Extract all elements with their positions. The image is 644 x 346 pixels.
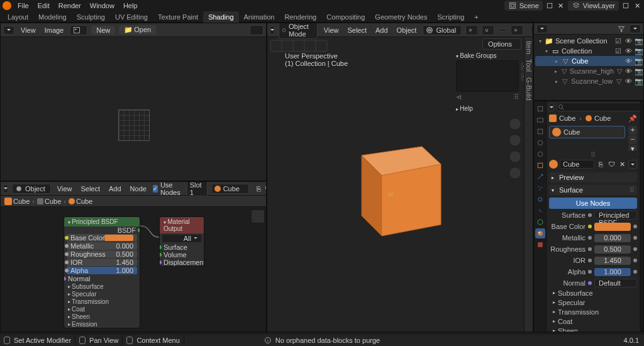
bake-groups-list[interactable]: + − [456,60,519,92]
node-material-output[interactable]: Material Output All Surface Volume Displ… [159,216,204,267]
base-color-swatch[interactable] [594,223,631,231]
ior-value[interactable]: 1.450 [594,257,631,265]
subsec-subsurface[interactable]: Subsurface [549,288,637,298]
material-name-field[interactable]: Cube [560,160,594,169]
ne-shader-type[interactable]: Object [12,184,51,194]
ne-link-icon[interactable]: ⎘ [257,184,261,193]
socket-dot-icon[interactable] [588,247,592,251]
select-tweak-icon[interactable] [305,41,315,51]
subsec-subsurface[interactable]: Subsurface [64,282,140,290]
node-principled-bsdf[interactable]: Principled BSDF BSDF Base Color Metallic… [64,216,140,328]
menu-help[interactable]: Help [119,1,142,11]
select-box-icon[interactable] [271,41,281,51]
alpha-value[interactable]: 1.000 [594,268,631,276]
ptab-scene[interactable] [535,138,545,148]
ptab-world[interactable] [535,149,545,159]
nav-pan-icon[interactable] [509,134,521,147]
ior-row[interactable]: IOR 1.450 [67,259,137,266]
ws-scripting[interactable]: Scripting [432,11,469,23]
ptab-modifiers[interactable] [535,172,545,182]
ne-editor-type[interactable] [3,184,8,193]
ptab-object[interactable] [535,160,545,170]
mat-menu[interactable] [628,160,637,169]
roughness-value[interactable]: 0.500 [594,245,631,254]
ws-uvediting[interactable]: UV Editing [110,11,153,23]
npanel-gbuild[interactable]: G-Build [525,77,533,101]
socket-dot-icon[interactable] [588,259,592,262]
ptab-output[interactable] [535,115,545,125]
outliner-filter-icon[interactable] [617,25,626,33]
input-socket-icon[interactable] [65,269,69,272]
ptab-texture[interactable] [535,240,545,250]
select-circle-icon[interactable] [282,41,292,51]
ie-new-button[interactable]: New [91,26,115,35]
ne-tool-select[interactable] [251,209,265,223]
ne-shield-icon[interactable]: 🛡 [265,184,267,193]
metallic-row[interactable]: Metallic 0.000 [67,242,137,250]
mat-copy-button[interactable]: 🛡 [607,160,616,168]
subsec-sheen[interactable]: Sheen [549,326,637,332]
crumb-obj[interactable]: Cube [559,114,575,122]
socket-dot-icon[interactable] [588,270,592,274]
base-color-swatch[interactable] [104,235,133,241]
mat-new-button[interactable]: ⎘ [596,160,605,168]
ptab-particles[interactable] [535,183,545,193]
grip-icon[interactable]: ⠿ [630,186,635,194]
output-socket-icon[interactable] [138,228,140,232]
subsec-coat[interactable]: Coat [549,316,637,326]
metallic-value[interactable]: 0.000 [594,234,631,242]
vp-options-button[interactable]: Options [482,38,521,50]
ws-compositing[interactable]: Compositing [321,11,370,23]
outliner-item-suzanne-low[interactable]: ▸ ▽ Suzanne_low ▽ 👁📷 [535,76,642,86]
menu-window[interactable]: Window [86,1,118,11]
ptab-constraints[interactable] [535,206,545,216]
slot-remove-button[interactable]: − [628,135,637,144]
cube-object[interactable] [340,126,460,247]
subsec-transmission[interactable]: Transmission [64,298,140,305]
view-layer-selector[interactable]: ViewLayer [568,1,619,11]
roughness-row[interactable]: Roughness 0.500 [67,250,137,258]
outliner-type-dropdown[interactable] [536,25,548,33]
subsec-specular[interactable]: Specular [549,298,637,307]
output-target-dropdown[interactable]: All [162,235,201,242]
select-invert-icon[interactable] [316,41,326,51]
ne-menu-select[interactable]: Select [78,185,103,193]
anim-dot-icon[interactable] [633,247,637,251]
nav-persp-icon[interactable] [509,167,521,179]
ie-menu-view[interactable]: View [18,26,38,34]
socket-dot-icon[interactable] [588,213,592,217]
props-search-input[interactable] [557,103,640,111]
npanel-tool[interactable]: Tool [525,59,533,72]
crumb-mat[interactable]: Cube [594,114,611,122]
select-lasso-icon[interactable] [294,41,304,51]
socket-dot-icon[interactable] [588,236,592,240]
ws-animation[interactable]: Animation [239,11,280,23]
slot-grip-icon[interactable]: ⠿ [549,151,637,159]
slot-add-button[interactable]: + [628,126,637,135]
proportional-toggle[interactable] [511,25,523,35]
ws-rendering[interactable]: Rendering [279,11,321,23]
outliner-filter-dropdown[interactable] [630,25,641,33]
snap-toggle[interactable] [482,25,494,35]
bake-groups-header[interactable]: Bake Groups [456,51,519,60]
ne-crumb-data[interactable]: Cube [45,198,61,205]
vp-menu-object[interactable]: Object [394,26,419,34]
props-type-dropdown[interactable] [549,103,554,111]
node-title[interactable]: Principled BSDF [64,217,140,226]
outliner-scene-collection[interactable]: ▾ 📁 Scene Collection ☑ 👁 📷 [535,36,642,46]
ptab-mesh[interactable] [535,217,545,227]
scene-new-icon[interactable] [545,1,554,10]
subsec-coat[interactable]: Coat [64,305,140,313]
socket-dot-icon[interactable] [588,225,592,228]
input-socket-icon[interactable] [65,252,69,256]
menu-render[interactable]: Render [55,1,85,11]
normal-dropdown[interactable]: Default [594,279,637,287]
bake-prev-icon[interactable]: ⊲ [456,93,462,101]
bake-grip-icon[interactable]: ⠿ [514,93,519,101]
anim-dot-icon[interactable] [633,225,637,228]
input-socket-icon[interactable] [159,253,162,257]
ptab-material[interactable] [535,228,545,238]
ws-modeling[interactable]: Modeling [33,11,72,23]
input-socket-icon[interactable] [65,236,69,240]
layer-delete-icon[interactable]: ✕ [633,1,641,10]
